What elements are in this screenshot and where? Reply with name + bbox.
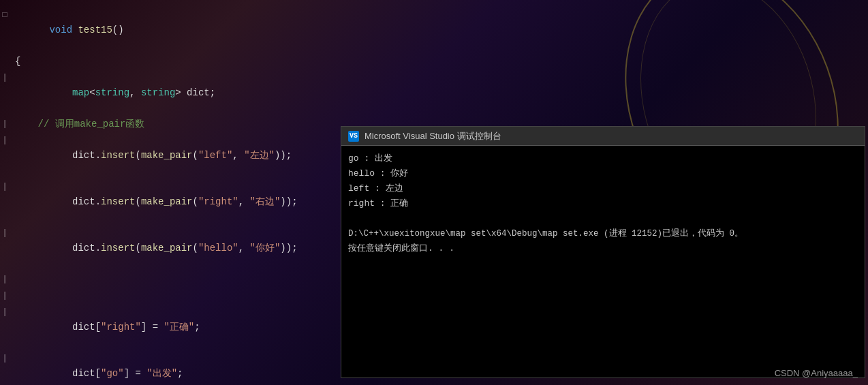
line-num: | [0, 226, 10, 241]
vs-icon: VS [348, 131, 359, 142]
line-content: void test15() [10, 7, 124, 52]
console-output-line: hello : 你好 [348, 166, 858, 181]
code-line: | [0, 271, 341, 288]
line-num: | [0, 117, 10, 132]
code-line: | // 调用make_pair函数 [0, 116, 341, 132]
line-num: | [0, 351, 10, 366]
code-line: { [0, 53, 341, 70]
code-line: | map<string, string> dict; [0, 70, 341, 116]
console-output-line: go : 出发 [348, 151, 858, 166]
console-title: Microsoft Visual Studio 调试控制台 [365, 130, 501, 142]
line-num: | [0, 70, 10, 85]
line-content: { [10, 54, 20, 69]
line-content: dict.insert(make_pair("right", "右边")); [10, 179, 298, 224]
line-num: | [0, 305, 10, 320]
line-content [10, 288, 20, 303]
line-content: dict["go"] = "出发"; [10, 351, 183, 385]
line-content: map<string, string> dict; [10, 70, 215, 115]
line-num: | [0, 133, 10, 148]
console-window[interactable]: VS Microsoft Visual Studio 调试控制台 go : 出发… [341, 126, 865, 378]
code-editor: □ void test15() { | map<string, string> … [0, 0, 341, 385]
collapse-marker: □ [0, 7, 10, 22]
console-path-line: D:\C++\xuexitongxue\map set\x64\Debug\ma… [348, 226, 858, 241]
console-output-line: right : 正确 [348, 196, 858, 211]
code-line: □ void test15() [0, 7, 341, 53]
code-line: | dict.insert(make_pair("hello", "你好")); [0, 225, 341, 271]
watermark: CSDN @Aniyaaaaa_ [775, 368, 858, 378]
code-line: | dict.insert(make_pair("left", "左边")); [0, 132, 341, 179]
code-line: | [0, 288, 341, 304]
console-output-line: left : 左边 [348, 181, 858, 196]
line-content: dict.insert(make_pair("hello", "你好")); [10, 226, 298, 271]
code-line: | dict["go"] = "出发"; [0, 350, 341, 385]
line-num: | [0, 179, 10, 194]
line-num: | [0, 272, 10, 287]
line-content: dict.insert(make_pair("left", "左边")); [10, 133, 292, 178]
console-output-line [348, 211, 858, 226]
code-line: | dict.insert(make_pair("right", "右边")); [0, 179, 341, 225]
line-content: // 调用make_pair函数 [10, 117, 144, 132]
line-content [10, 272, 20, 287]
code-line: | dict["right"] = "正确"; [0, 304, 341, 350]
line-num: | [0, 288, 10, 303]
console-prompt-line: 按任意键关闭此窗口. . . [348, 241, 858, 256]
console-titlebar: VS Microsoft Visual Studio 调试控制台 [341, 127, 865, 146]
console-body: go : 出发 hello : 你好 left : 左边 right : 正确 … [341, 146, 865, 378]
line-content: dict["right"] = "正确"; [10, 305, 200, 350]
